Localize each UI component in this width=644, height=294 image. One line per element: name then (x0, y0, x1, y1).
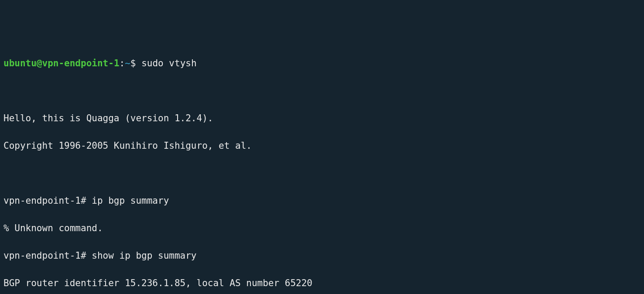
prompt-dollar: $ (130, 58, 136, 68)
banner-line-1: Hello, this is Quagga (version 1.2.4). (3, 112, 641, 126)
blank-line (3, 167, 641, 181)
prompt-cwd: ~ (125, 58, 130, 68)
prompt-host: vpn-endpoint-1 (42, 58, 120, 68)
command-text: sudo vtysh (136, 58, 197, 68)
vtysh-prompt-2[interactable]: vpn-endpoint-1# show ip bgp summary (3, 249, 641, 263)
error-line: % Unknown command. (3, 222, 641, 236)
prompt-user: ubuntu (3, 58, 37, 68)
banner-line-2: Copyright 1996-2005 Kunihiro Ishiguro, e… (3, 139, 641, 153)
prompt-line-1[interactable]: ubuntu@vpn-endpoint-1:~$ sudo vtysh (3, 57, 641, 71)
vtysh-prompt-1[interactable]: vpn-endpoint-1# ip bgp summary (3, 194, 641, 208)
prompt-at: @ (37, 58, 42, 68)
bgp-router-id-line: BGP router identifier 15.236.1.85, local… (3, 277, 641, 291)
blank-line (3, 84, 641, 98)
prompt-colon: : (120, 58, 125, 68)
